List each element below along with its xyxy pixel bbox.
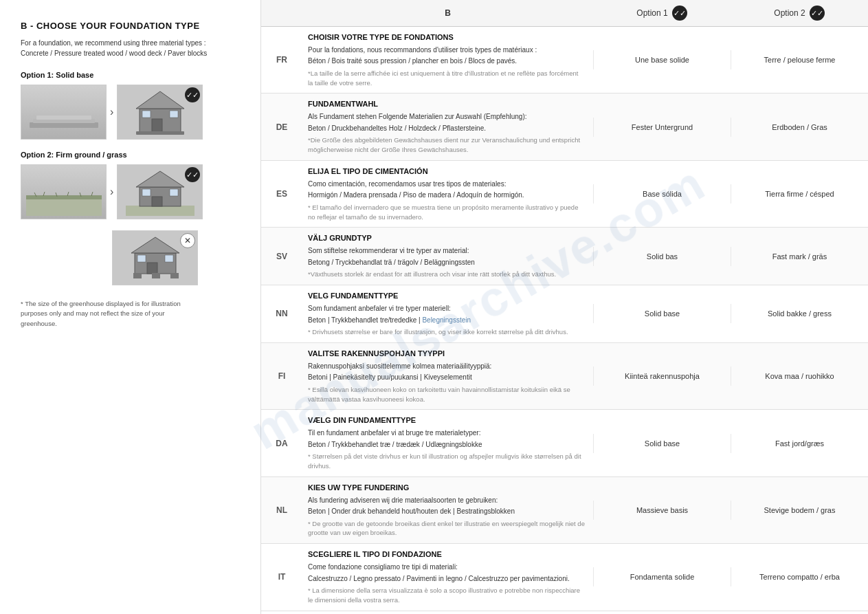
lang-code: DE <box>261 117 302 138</box>
lang-content: KIES UW TYPE FUNDERINGAls fundering advi… <box>302 477 593 543</box>
body2-link: Belegningsstein <box>422 316 471 324</box>
option2-cell: Fast mark / gräs <box>731 247 868 266</box>
lang-code: FI <box>261 366 302 386</box>
option2-cell: Erdboden / Gras <box>731 118 868 137</box>
svg-rect-30 <box>170 273 179 278</box>
option2-header-label: Option 2 <box>774 8 805 18</box>
lang-content: VÆLG DIN FUNDAMENTTYPETil en fundament a… <box>302 410 593 476</box>
option1-cell: Solid base <box>593 304 731 323</box>
option3-x: ✕ <box>180 233 195 248</box>
lang-body2: Hormigón / Madera prensada / Piso de mad… <box>308 190 585 201</box>
table-body: FRCHOISIR VOTRE TYPE DE FONDATIONSPour l… <box>261 27 868 614</box>
lang-content: SCEGLIERE IL TIPO DI FONDAZIONECome fond… <box>302 544 593 610</box>
option1-cell: Base sólida <box>593 184 731 204</box>
svg-rect-9 <box>26 199 102 216</box>
option1-header-label: Option 1 <box>636 8 667 18</box>
lang-body2: Betoni | Painekäsitelty puu/puukansi | K… <box>308 373 585 383</box>
option1-images: › ✓✓ <box>21 85 247 140</box>
option2-cell: Stevige bodem / gras <box>731 501 868 520</box>
svg-rect-8 <box>136 131 184 135</box>
option1-cell: Fester Untergrund <box>593 118 731 137</box>
lang-body: Come fondazione consigliamo tre tipi di … <box>308 562 585 573</box>
svg-rect-27 <box>165 255 173 262</box>
left-panel: B - CHOOSE YOUR FOUNDATION TYPE For a fo… <box>0 0 261 614</box>
table-row: NLKIES UW TYPE FUNDERINGAls fundering ad… <box>261 477 868 544</box>
svg-rect-29 <box>152 273 160 278</box>
lang-title: CHOISIR VOTRE TYPE DE FONDATIONS <box>308 32 585 43</box>
option2-ground-img <box>21 164 107 219</box>
svg-rect-20 <box>152 197 162 206</box>
lang-title: VÆLG DIN FUNDAMENTTYPE <box>308 415 585 426</box>
lang-title: KIES UW TYPE FUNDERING <box>308 483 585 494</box>
option1-cell: Massieve basis <box>593 501 731 520</box>
table-row: ESELIJA EL TIPO DE CIMENTACIÓNComo cimen… <box>261 161 868 228</box>
option1-cell: Solid base <box>593 434 731 453</box>
option1-gh-container: ✓✓ <box>117 85 203 140</box>
option2-cell: Terre / pelouse ferme <box>731 50 868 69</box>
arrow1: › <box>110 106 113 118</box>
option1-cell: Fondamenta solide <box>593 567 731 586</box>
option2-cell: Kova maa / ruohikko <box>731 366 868 386</box>
lang-note: *La taille de la serre affichée ici est … <box>308 69 585 88</box>
svg-rect-22 <box>170 189 178 196</box>
table-header: B Option 1 ✓✓ Option 2 ✓✓ <box>261 0 868 27</box>
footnote: * The size of the greenhouse displayed i… <box>21 299 247 329</box>
svg-rect-26 <box>137 255 146 262</box>
section-subtitle: For a foundation, we recommend using thr… <box>21 38 247 58</box>
option3-group: ✕ <box>21 230 247 285</box>
lang-body: Som fundament anbefaler vi tre typer mat… <box>308 304 585 314</box>
section-title: B - CHOOSE YOUR FOUNDATION TYPE <box>21 21 247 31</box>
svg-rect-17 <box>126 206 194 216</box>
lang-note: * La dimensione della serra visualizzata… <box>308 586 585 605</box>
lang-title: VELG FUNDAMENTTYPE <box>308 291 585 302</box>
svg-rect-5 <box>152 119 162 133</box>
lang-body2: Betong / Tryckbehandlat trä / trägolv / … <box>308 258 585 268</box>
lang-body: Como cimentación, recomendamos usar tres… <box>308 179 585 190</box>
lang-note: * Esillä olevan kasvihuoneen koko on tar… <box>308 385 585 404</box>
lang-code: IT <box>261 567 302 587</box>
lang-note: *Växthusets storlek är endast för att il… <box>308 270 585 279</box>
lang-content: VELG FUNDAMENTTYPESom fundament anbefale… <box>302 285 593 342</box>
right-panel: B Option 1 ✓✓ Option 2 ✓✓ FRCHOISIR VOTR… <box>261 0 868 614</box>
lang-note: *Die Größe des abgebildeten Gewächshause… <box>308 135 585 155</box>
lang-content: ELIJA EL TIPO DE CIMENTACIÓNComo cimenta… <box>302 161 593 227</box>
lang-body2: Beton | Trykkbehandlet tre/trededke | Be… <box>308 316 585 326</box>
lang-body: Pour la fondations, nous recommandons d'… <box>308 45 585 56</box>
option2-images: › ✓✓ <box>21 164 247 219</box>
option3-gh-container: ✕ <box>112 230 198 285</box>
svg-rect-21 <box>142 189 151 196</box>
option1-label: Option 1: Solid base <box>21 71 247 79</box>
lang-title: SCEGLIERE IL TIPO DI FONDAZIONE <box>308 549 585 560</box>
option2-group: Option 2: Firm ground / grass <box>21 151 247 219</box>
option1-header-check: ✓✓ <box>672 6 687 21</box>
option2-gh-container: ✓✓ <box>117 164 203 219</box>
lang-code: ES <box>261 184 302 204</box>
svg-rect-25 <box>147 263 157 274</box>
lang-body: Rakennuspohjaksì suosittelemme kolmea ma… <box>308 362 585 372</box>
option2-cell: Fast jord/græs <box>731 434 868 453</box>
option2-cell: Terreno compatto / erba <box>731 567 868 586</box>
lang-body2: Béton / Bois traité sous pression / plan… <box>308 56 585 67</box>
option1-cell: Une base solide <box>593 50 731 69</box>
table-row: NNVELG FUNDAMENTTYPESom fundament anbefa… <box>261 285 868 343</box>
lang-content: FUNDAMENTWAHLAls Fundament stehen Folgen… <box>302 94 593 160</box>
lang-body: Als fundering adviseren wij drie materia… <box>308 496 585 506</box>
lang-code: SV <box>261 246 302 267</box>
option2-label: Option 2: Firm ground / grass <box>21 151 247 159</box>
greenhouse-svg-1 <box>126 88 194 136</box>
lang-body: Als Fundament stehen Folgende Materialie… <box>308 112 585 122</box>
th-option2: Option 2 ✓✓ <box>731 6 868 21</box>
svg-rect-7 <box>170 111 178 118</box>
lang-content: CHOISIR VOTRE TYPE DE FONDATIONSPour la … <box>302 27 593 93</box>
svg-marker-24 <box>131 237 179 253</box>
lang-note: * El tamaño del invernadero que se muest… <box>308 203 585 222</box>
lang-code: DA <box>261 433 302 454</box>
th-option1: Option 1 ✓✓ <box>593 6 731 21</box>
lang-note: * De grootte van de getoonde broeikas di… <box>308 519 585 538</box>
lang-code: NN <box>261 303 302 324</box>
svg-rect-6 <box>142 111 151 118</box>
lang-title: ELIJA EL TIPO DE CIMENTACIÓN <box>308 166 585 177</box>
table-row: FIVALITSE RAKENNUSPOHJAN TYYPPIRakennusp… <box>261 343 868 410</box>
table-row: SVVÄLJ GRUNDTYPSom stiftelse rekommender… <box>261 228 868 285</box>
lang-body2: Beton | Onder druk behandeld hout/houten… <box>308 507 585 517</box>
